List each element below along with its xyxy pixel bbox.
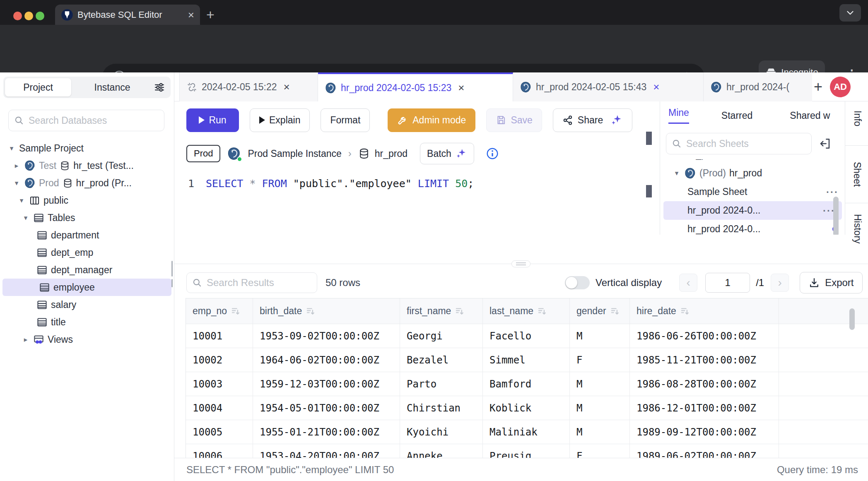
cell[interactable]: Parto [400, 372, 483, 396]
cell[interactable]: M [570, 396, 630, 420]
table-row[interactable]: 10002 1964-06-02T00:00:00Z Bezalel Simme… [186, 348, 868, 372]
sort-icon[interactable] [680, 306, 690, 317]
cell[interactable]: 1986-12-01T00:00:00Z [630, 396, 779, 420]
tree-item-table-employee[interactable]: employee [2, 279, 171, 296]
sheet-item-sample[interactable]: Sample Sheet ··· [660, 183, 845, 201]
sort-icon[interactable] [305, 306, 316, 317]
browser-tab[interactable]: Bytebase SQL Editor × [55, 5, 200, 25]
export-button[interactable]: Export [800, 272, 862, 293]
tree-item-table-dept-emp[interactable]: dept_emp [0, 244, 174, 261]
filter-sliders-icon[interactable] [153, 81, 166, 94]
side-tab-sheet[interactable]: Sheet [845, 145, 868, 203]
sheet-item-selected[interactable]: hr_prod 2024-0... ··· [663, 201, 842, 220]
column-header[interactable]: last_name [483, 298, 570, 324]
tree-item-tables-group[interactable]: ▾ Tables [0, 209, 174, 226]
tree-item-hr-prod[interactable]: ▾ Prod hr_prod (Pr... [0, 174, 174, 192]
cell[interactable]: 10001 [186, 324, 253, 348]
cell[interactable]: M [570, 324, 630, 348]
side-tab-history[interactable]: History [852, 214, 863, 244]
sort-icon[interactable] [230, 306, 241, 317]
sheet-tab-1[interactable]: 2024-02-05 15:22 × [179, 72, 318, 101]
batch-button[interactable]: Batch [420, 143, 474, 164]
cell[interactable]: 1953-09-02T00:00:00Z [253, 324, 400, 348]
cell[interactable]: 1959-12-03T00:00:00Z [253, 372, 400, 396]
cell[interactable]: 1986-06-26T00:00:00Z [630, 324, 779, 348]
column-header[interactable]: emp_no [186, 298, 253, 324]
cell[interactable]: Bezalel [400, 348, 483, 372]
vertical-display-toggle[interactable] [565, 276, 590, 289]
table-row[interactable]: 10003 1959-12-03T00:00:00Z Parto Bamford… [186, 372, 868, 396]
sort-icon[interactable] [454, 306, 465, 317]
cell[interactable]: 1989-09-12T00:00:00Z [630, 420, 779, 444]
cell[interactable]: Koblick [483, 396, 570, 420]
tab-search-button[interactable] [839, 4, 861, 22]
column-header[interactable]: gender [570, 298, 630, 324]
browser-tab-close-icon[interactable]: × [188, 10, 194, 20]
cell[interactable]: 10004 [186, 396, 253, 420]
tab-project[interactable]: Project [5, 78, 71, 96]
cell[interactable]: 10006 [186, 444, 253, 458]
sheet-tab-3[interactable]: hr_prod 2024-02-05 15:43 × [513, 72, 704, 101]
sheet-menu-icon[interactable]: ··· [826, 186, 839, 198]
instance-name[interactable]: Prod Sample Instance [248, 148, 341, 159]
column-header[interactable]: hire_date [630, 298, 779, 324]
save-button[interactable]: Save [486, 108, 542, 132]
side-tab-info[interactable]: Info [852, 111, 863, 126]
cell[interactable]: Maliniak [483, 420, 570, 444]
search-sheets-input[interactable]: Search Sheets [666, 133, 812, 154]
table-row[interactable]: 10004 1954-05-01T00:00:00Z Chirstian Kob… [186, 396, 868, 420]
sort-icon[interactable] [537, 306, 547, 317]
cell[interactable]: Preusig [483, 444, 570, 458]
cell[interactable]: M [570, 420, 630, 444]
tree-item-table-salary[interactable]: salary [0, 296, 174, 313]
new-sheet-button[interactable]: + [814, 78, 822, 96]
editor-scrollbar-mark[interactable] [646, 185, 652, 197]
share-button[interactable]: Share [553, 108, 632, 132]
database-name[interactable]: hr_prod [375, 148, 407, 159]
window-zoom-button[interactable] [36, 12, 44, 20]
sidebar-resize-handle[interactable] [171, 261, 173, 287]
cell[interactable]: 10002 [186, 348, 253, 372]
table-row[interactable]: 10006 1953-04-20T00:00:00Z Anneke Preusi… [186, 444, 868, 458]
tab-shared[interactable]: Shared w [790, 110, 830, 121]
user-avatar[interactable]: AD [830, 77, 851, 97]
cell[interactable]: 1955-01-21T00:00:00Z [253, 420, 400, 444]
tree-item-project[interactable]: ▾ Sample Project [0, 139, 174, 157]
next-page-button[interactable]: › [771, 274, 789, 292]
sheet-item-unsaved[interactable]: hr_prod 2024-0... [660, 220, 845, 235]
cell[interactable]: 1964-06-02T00:00:00Z [253, 348, 400, 372]
collapse-panel-icon[interactable] [818, 137, 832, 150]
column-header[interactable]: birth_date [253, 298, 400, 324]
cell[interactable]: Kyoichi [400, 420, 483, 444]
tree-item-table-dept-manager[interactable]: dept_manager [0, 261, 174, 279]
cell[interactable]: Chirstian [400, 396, 483, 420]
cell[interactable]: 1986-08-28T00:00:00Z [630, 372, 779, 396]
cell[interactable]: Simmel [483, 348, 570, 372]
cell[interactable]: 1954-05-01T00:00:00Z [253, 396, 400, 420]
sheet-group-hr-prod[interactable]: ▾ (Prod) hr_prod [660, 164, 845, 183]
cell[interactable]: 1985-11-21T00:00:00Z [630, 348, 779, 372]
search-databases-input[interactable]: Search Databases [8, 110, 164, 131]
format-button[interactable]: Format [321, 108, 370, 132]
sort-icon[interactable] [610, 306, 620, 317]
sheet-list-scrollbar[interactable] [833, 197, 839, 235]
cell[interactable]: Anneke [400, 444, 483, 458]
sheet-tab-2-active[interactable]: hr_prod 2024-02-05 15:23 × [318, 72, 513, 101]
tree-item-table-department[interactable]: department [0, 226, 174, 244]
cell[interactable]: 10003 [186, 372, 253, 396]
close-icon[interactable]: × [284, 81, 290, 94]
prev-page-button[interactable]: ‹ [679, 274, 697, 292]
sheet-tab-4[interactable]: hr_prod 2024-( [704, 72, 812, 101]
cell[interactable]: Facello [483, 324, 570, 348]
close-icon[interactable]: × [458, 82, 464, 94]
page-number-input[interactable]: 1 [705, 273, 750, 293]
tree-item-table-title[interactable]: title [0, 313, 174, 331]
info-icon[interactable] [486, 147, 499, 160]
pane-resize-handle[interactable] [511, 260, 530, 267]
cell[interactable]: Bamford [483, 372, 570, 396]
tab-instance[interactable]: Instance [71, 82, 153, 93]
table-scrollbar[interactable] [849, 308, 855, 330]
sql-editor[interactable]: 1 SELECT * FROM "public"."employee" LIMI… [174, 168, 660, 235]
admin-mode-button[interactable]: Admin mode [388, 108, 475, 132]
cell[interactable]: 1989-06-02T00:00:00Z [630, 444, 779, 458]
